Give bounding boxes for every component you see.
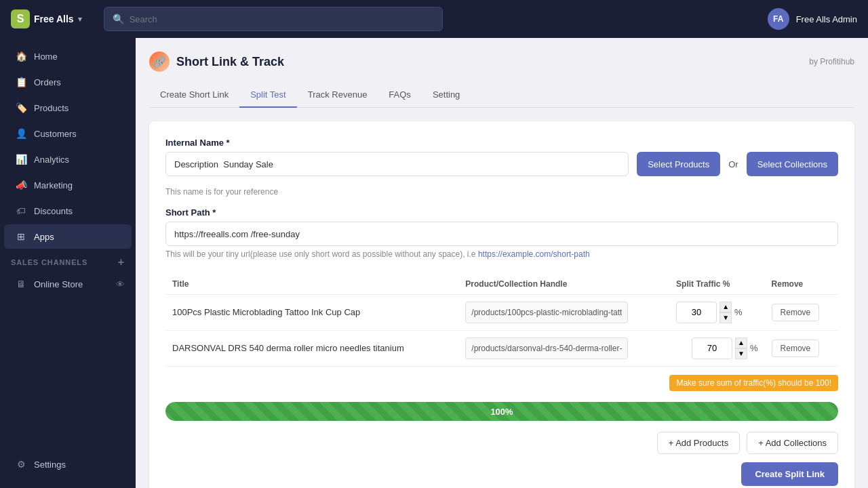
store-logo[interactable]: S Free Alls ▾ bbox=[11, 9, 82, 28]
row2-remove-button[interactable]: Remove bbox=[772, 340, 820, 357]
create-split-link-button[interactable]: Create Split Link bbox=[741, 462, 838, 486]
search-bar[interactable]: 🔍 bbox=[104, 7, 443, 31]
or-text: Or bbox=[728, 159, 738, 169]
add-buttons-row: + Add Products + Add Collections bbox=[165, 432, 838, 454]
sidebar-label-home: Home bbox=[34, 52, 58, 62]
add-collections-button[interactable]: + Add Collections bbox=[747, 432, 838, 454]
row2-traffic-down[interactable]: ▼ bbox=[735, 348, 747, 359]
col-handle: Product/Collection Handle bbox=[458, 274, 669, 295]
sidebar-item-products[interactable]: 🏷️ Products bbox=[4, 96, 132, 120]
select-products-button[interactable]: Select Products bbox=[637, 152, 720, 176]
row1-handle-input[interactable] bbox=[465, 302, 628, 323]
apps-icon: ⊞ bbox=[15, 230, 27, 243]
sales-channels-section: SALES CHANNELS + bbox=[0, 249, 136, 271]
col-remove: Remove bbox=[765, 274, 838, 295]
add-sales-channel-icon[interactable]: + bbox=[118, 256, 125, 268]
sidebar-label-discounts: Discounts bbox=[34, 206, 73, 216]
internal-name-label: Internal Name * bbox=[165, 138, 838, 148]
short-path-input[interactable] bbox=[165, 222, 838, 246]
app-logo: 🔗 bbox=[149, 52, 170, 72]
customers-icon: 👤 bbox=[15, 127, 27, 140]
short-path-label: Short Path * bbox=[165, 207, 838, 218]
split-test-card: Internal Name * Select Products Or Selec… bbox=[149, 121, 854, 488]
col-traffic: Split Traffic % bbox=[669, 274, 765, 295]
products-icon: 🏷️ bbox=[15, 102, 27, 114]
sidebar-label-customers: Customers bbox=[34, 129, 77, 139]
sidebar-label-analytics: Analytics bbox=[34, 155, 69, 165]
internal-name-input[interactable] bbox=[165, 152, 629, 176]
tab-faqs[interactable]: FAQs bbox=[378, 83, 422, 108]
progress-label: 100% bbox=[490, 406, 513, 416]
orders-icon: 📋 bbox=[15, 76, 27, 88]
table-row: DARSONVAL DRS 540 derma roller micro nee… bbox=[165, 330, 838, 366]
shopify-icon: S bbox=[11, 9, 30, 28]
tab-track-revenue[interactable]: Track Revenue bbox=[297, 83, 378, 108]
tab-split-test[interactable]: Split Test bbox=[239, 83, 297, 108]
warning-row: Make sure sum of traffic(%) should be 10… bbox=[165, 375, 838, 391]
sidebar-label-online-store: Online Store bbox=[34, 279, 83, 289]
row1-title: 100Pcs Plastic Microblading Tattoo Ink C… bbox=[165, 294, 458, 330]
short-path-hint: This will be your tiny url(please use on… bbox=[165, 249, 838, 260]
sidebar-item-online-store[interactable]: 🖥 Online Store 👁 bbox=[4, 272, 132, 296]
online-store-icon: 🖥 bbox=[15, 278, 27, 290]
internal-name-hint: This name is for your reference bbox=[165, 187, 838, 197]
tab-setting[interactable]: Setting bbox=[422, 83, 471, 108]
sidebar-item-customers[interactable]: 👤 Customers bbox=[4, 121, 132, 146]
warning-tooltip: Make sure sum of traffic(%) should be 10… bbox=[669, 375, 838, 391]
row1-traffic-input[interactable] bbox=[676, 302, 717, 323]
chevron-down-icon: ▾ bbox=[78, 15, 82, 24]
settings-icon: ⚙ bbox=[15, 458, 27, 470]
add-products-button[interactable]: + Add Products bbox=[657, 432, 741, 454]
eye-icon[interactable]: 👁 bbox=[116, 279, 125, 289]
progress-bar: 100% bbox=[165, 402, 838, 421]
discounts-icon: 🏷 bbox=[15, 205, 27, 217]
sales-channels-label: SALES CHANNELS bbox=[11, 258, 87, 266]
sidebar-item-home[interactable]: 🏠 Home bbox=[4, 44, 132, 68]
avatar: FA bbox=[768, 8, 789, 30]
sidebar-label-apps: Apps bbox=[34, 232, 54, 242]
admin-name: Free Alls Admin bbox=[796, 14, 857, 24]
row2-traffic-input[interactable] bbox=[692, 338, 732, 359]
tabs-row: Create Short Link Split Test Track Reven… bbox=[149, 83, 854, 108]
sidebar-item-discounts[interactable]: 🏷 Discounts bbox=[4, 199, 132, 223]
split-table: Title Product/Collection Handle Split Tr… bbox=[165, 274, 838, 367]
row1-traffic-up[interactable]: ▲ bbox=[719, 302, 732, 312]
app-header: 🔗 Short Link & Track by Profitihub bbox=[149, 52, 854, 72]
sidebar-label-products: Products bbox=[34, 103, 68, 113]
row2-title: DARSONVAL DRS 540 derma roller micro nee… bbox=[165, 330, 458, 366]
sidebar-label-settings: Settings bbox=[34, 460, 66, 470]
sidebar-item-settings[interactable]: ⚙ Settings bbox=[4, 452, 132, 476]
row2-traffic-up[interactable]: ▲ bbox=[735, 338, 747, 348]
sidebar: 🏠 Home 📋 Orders 🏷️ Products 👤 Customers … bbox=[0, 38, 136, 488]
sidebar-item-analytics[interactable]: 📊 Analytics bbox=[4, 147, 132, 171]
main-content: 🔗 Short Link & Track by Profitihub Creat… bbox=[136, 38, 868, 488]
tab-create-short-link[interactable]: Create Short Link bbox=[149, 83, 239, 108]
short-path-section: Short Path * This will be your tiny url(… bbox=[165, 207, 838, 260]
app-title: Short Link & Track bbox=[176, 55, 284, 69]
topbar-right: FA Free Alls Admin bbox=[768, 8, 857, 30]
store-name: Free Alls bbox=[34, 14, 74, 24]
row2-percent-sign: % bbox=[750, 343, 758, 353]
sidebar-item-marketing[interactable]: 📣 Marketing bbox=[4, 173, 132, 197]
row2-handle-input[interactable] bbox=[465, 338, 628, 359]
row1-remove-button[interactable]: Remove bbox=[772, 304, 820, 321]
search-icon: 🔍 bbox=[113, 14, 124, 24]
sidebar-item-orders[interactable]: 📋 Orders bbox=[4, 70, 132, 94]
sidebar-item-apps[interactable]: ⊞ Apps bbox=[4, 224, 132, 249]
marketing-icon: 📣 bbox=[15, 179, 27, 191]
row1-traffic-down[interactable]: ▼ bbox=[719, 312, 732, 323]
home-icon: 🏠 bbox=[15, 50, 27, 62]
sidebar-label-marketing: Marketing bbox=[34, 180, 73, 190]
col-title: Title bbox=[165, 274, 458, 295]
short-path-hint-link[interactable]: https://example.com/short-path bbox=[478, 249, 590, 259]
table-row: 100Pcs Plastic Microblading Tattoo Ink C… bbox=[165, 294, 838, 330]
search-input[interactable] bbox=[130, 14, 434, 24]
select-collections-button[interactable]: Select Collections bbox=[747, 152, 838, 176]
internal-name-section: Internal Name * Select Products Or Selec… bbox=[165, 138, 838, 197]
by-profitihub: by Profitihub bbox=[809, 57, 854, 66]
row1-percent-sign: % bbox=[734, 307, 743, 317]
topbar: S Free Alls ▾ 🔍 FA Free Alls Admin bbox=[0, 0, 868, 38]
analytics-icon: 📊 bbox=[15, 153, 27, 165]
sidebar-label-orders: Orders bbox=[34, 77, 61, 87]
